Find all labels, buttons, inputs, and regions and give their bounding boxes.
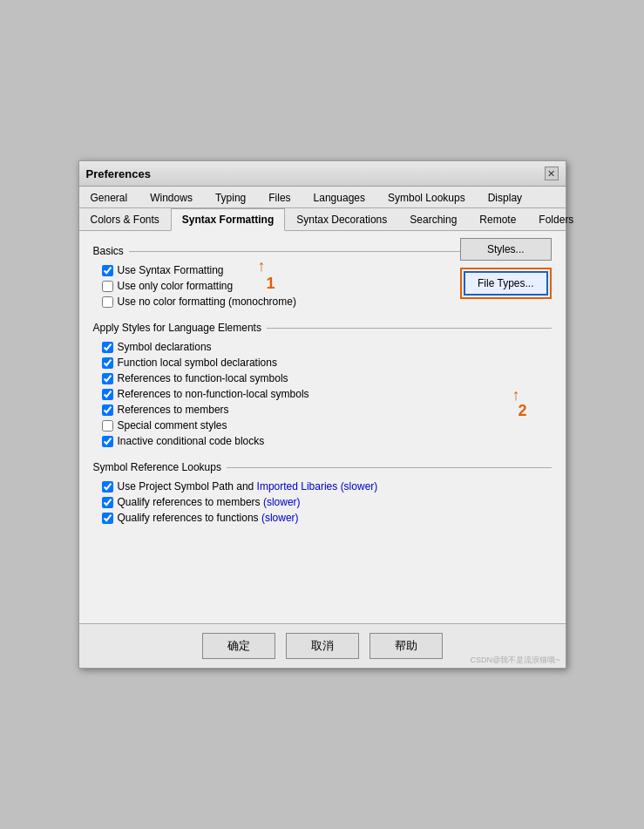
checkbox-special-comments-input[interactable] — [102, 420, 113, 431]
tab-windows[interactable]: Windows — [139, 187, 204, 208]
tab-folders[interactable]: Folders — [527, 208, 585, 231]
checkbox-project-symbol-label[interactable]: Use Project Symbol Path and Imported Lib… — [118, 480, 378, 493]
checkbox-inactive-conditional-label[interactable]: Inactive conditional code blocks — [118, 435, 265, 447]
qualify-functions-plain: Qualify references to functions — [118, 512, 261, 524]
checkbox-refs-non-function-local-label[interactable]: References to non-function-local symbols — [118, 388, 309, 400]
tab-display[interactable]: Display — [477, 187, 533, 208]
checkbox-refs-function-local-label[interactable]: References to function-local symbols — [118, 372, 288, 384]
qualify-members-link: (slower) — [263, 496, 301, 508]
tab-row-1: General Windows Typing Files Languages S… — [79, 187, 566, 208]
checkbox-qualify-members-label[interactable]: Qualify references to members (slower) — [118, 496, 301, 508]
checkbox-special-comments: Special comment styles — [102, 419, 552, 431]
project-symbol-plain: Use Project Symbol Path and — [118, 480, 257, 493]
checkbox-inactive-conditional: Inactive conditional code blocks — [102, 435, 552, 447]
qualify-functions-link: (slower) — [261, 512, 299, 524]
window-title: Preferences — [86, 167, 151, 180]
tab-searching[interactable]: Searching — [398, 208, 468, 231]
qualify-members-plain: Qualify references to members — [118, 496, 263, 508]
tab-general[interactable]: General — [79, 187, 139, 208]
content-area: Styles... File Types... Basics Use Synta… — [79, 231, 566, 623]
checkbox-symbol-declarations-label[interactable]: Symbol declarations — [118, 341, 212, 353]
checkbox-refs-function-local: References to function-local symbols — [102, 372, 552, 384]
tab-syntax-decorations[interactable]: Syntax Decorations — [285, 208, 398, 231]
title-bar: Preferences ✕ — [79, 161, 566, 187]
checkbox-project-symbol: Use Project Symbol Path and Imported Lib… — [102, 480, 552, 493]
styles-button[interactable]: Styles... — [460, 238, 551, 261]
file-types-button[interactable]: File Types... — [464, 271, 547, 296]
checkbox-qualify-members-input[interactable] — [102, 497, 113, 508]
watermark: CSDN@我不是流浪猫哦~ — [471, 655, 560, 666]
apply-styles-header: Apply Styles for Language Elements — [93, 322, 552, 334]
checkbox-qualify-functions-label[interactable]: Qualify references to functions (slower) — [118, 512, 299, 524]
footer: 确定 取消 帮助 CSDN@我不是流浪猫哦~ — [79, 623, 566, 668]
checkbox-use-syntax-formatting-input[interactable] — [102, 265, 113, 276]
checkbox-qualify-functions-input[interactable] — [102, 513, 113, 524]
checkbox-inactive-conditional-input[interactable] — [102, 436, 113, 447]
tab-syntax-formatting[interactable]: Syntax Formatting — [171, 208, 285, 231]
tab-row-2: Colors & Fonts Syntax Formatting Syntax … — [79, 208, 566, 231]
ok-button[interactable]: 确定 — [202, 633, 275, 659]
checkbox-refs-non-function-local: References to non-function-local symbols — [102, 388, 552, 400]
checkbox-refs-non-function-local-input[interactable] — [102, 389, 113, 400]
checkbox-no-color-label[interactable]: Use no color formatting (monochrome) — [118, 296, 296, 308]
checkbox-qualify-functions: Qualify references to functions (slower) — [102, 512, 552, 524]
checkbox-refs-function-local-input[interactable] — [102, 373, 113, 384]
checkbox-use-syntax-formatting-label[interactable]: Use Syntax Formatting — [118, 264, 224, 276]
checkbox-refs-members-input[interactable] — [102, 404, 113, 416]
file-types-box: File Types... — [460, 268, 551, 299]
tab-files[interactable]: Files — [257, 187, 302, 208]
checkbox-project-symbol-input[interactable] — [102, 481, 113, 493]
checkbox-qualify-members: Qualify references to members (slower) — [102, 496, 552, 508]
checkbox-no-color-input[interactable] — [102, 296, 113, 308]
cancel-button[interactable]: 取消 — [286, 633, 359, 659]
checkbox-use-color-only-label[interactable]: Use only color formatting — [118, 280, 234, 292]
checkbox-function-local: Function local symbol declarations — [102, 357, 552, 369]
tab-remote[interactable]: Remote — [468, 208, 527, 231]
checkbox-symbol-declarations-input[interactable] — [102, 342, 113, 353]
checkbox-special-comments-label[interactable]: Special comment styles — [118, 419, 227, 431]
project-symbol-link: Imported Libaries (slower) — [257, 480, 378, 493]
tab-languages[interactable]: Languages — [302, 187, 376, 208]
checkbox-symbol-declarations: Symbol declarations — [102, 341, 552, 353]
symbol-reference-header: Symbol Reference Lookups — [93, 461, 552, 473]
checkbox-use-color-only-input[interactable] — [102, 281, 113, 292]
right-buttons: Styles... File Types... — [460, 238, 551, 299]
tab-colors-fonts[interactable]: Colors & Fonts — [79, 208, 171, 231]
checkbox-function-local-input[interactable] — [102, 357, 113, 369]
help-button[interactable]: 帮助 — [369, 633, 443, 659]
checkbox-function-local-label[interactable]: Function local symbol declarations — [118, 357, 277, 369]
checkbox-refs-members: References to members — [102, 404, 552, 416]
tab-typing[interactable]: Typing — [204, 187, 257, 208]
checkbox-refs-members-label[interactable]: References to members — [118, 404, 229, 416]
tab-symbol-lookups[interactable]: Symbol Lookups — [376, 187, 477, 208]
close-button[interactable]: ✕ — [545, 166, 559, 180]
